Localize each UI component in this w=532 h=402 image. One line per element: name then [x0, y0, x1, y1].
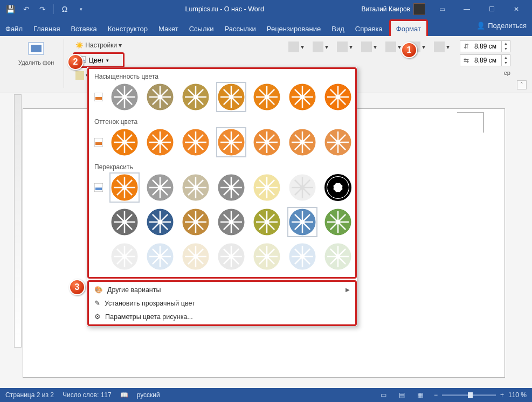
shape-width-field[interactable] [472, 57, 501, 64]
tab-help[interactable]: Справка [350, 21, 388, 36]
color-swatch[interactable] [110, 242, 139, 271]
color-swatch[interactable] [253, 83, 281, 111]
set-transparent-color-item[interactable]: ✎ Установить прозрачный цвет [89, 296, 355, 310]
color-swatch[interactable] [146, 242, 174, 271]
color-swatch[interactable] [146, 83, 174, 111]
color-swatch[interactable] [217, 208, 245, 236]
color-swatch[interactable] [217, 83, 245, 111]
redo-icon[interactable]: ↷ [36, 2, 50, 16]
crop-button[interactable]: ▾ [431, 40, 452, 53]
shape-width-input[interactable]: ⇆ ▲▼ [460, 54, 510, 66]
tab-design[interactable]: Конструктор [102, 21, 153, 36]
color-swatch[interactable] [253, 242, 281, 271]
color-swatch[interactable] [253, 128, 281, 156]
color-swatch[interactable] [217, 174, 245, 202]
word-count[interactable]: Число слов: 117 [63, 391, 112, 399]
zoom-slider-thumb[interactable] [468, 392, 473, 398]
more-variants-item[interactable]: 🎨 Другие варианты ▶ [89, 283, 355, 296]
color-dropdown-panel: Насыщенность цвета Оттенок цвета Перекра… [87, 67, 357, 327]
zoom-value[interactable]: 110 % [508, 391, 527, 399]
zoom-slider[interactable] [442, 394, 496, 396]
tab-format[interactable]: Формат [389, 19, 428, 36]
spinner-up-icon[interactable]: ▲ [502, 41, 510, 46]
picture-color-options-item[interactable]: ⚙ Параметры цвета рисунка... [89, 310, 355, 323]
picture-border-button[interactable]: ▾ [310, 40, 331, 53]
color-swatch[interactable] [324, 83, 352, 111]
save-icon[interactable]: 💾 [3, 2, 17, 16]
minimize-icon[interactable]: — [454, 0, 479, 18]
zoom-in-icon[interactable]: + [500, 391, 504, 399]
qat-more-icon[interactable]: ▾ [74, 2, 88, 16]
share-button[interactable]: 👤 Поделиться [476, 22, 527, 30]
spinner-down-icon[interactable]: ▼ [502, 60, 510, 66]
shape-height-field[interactable] [472, 43, 501, 50]
omega-icon[interactable]: Ω [58, 2, 72, 16]
undo-icon[interactable]: ↶ [19, 2, 33, 16]
tab-insert[interactable]: Вставка [65, 21, 102, 36]
corrections-button[interactable]: ☀️ Настройки▾ [73, 40, 125, 50]
zoom-control[interactable]: − + 110 % [434, 391, 527, 399]
spinner-up-icon[interactable]: ▲ [502, 55, 510, 60]
color-swatch[interactable] [110, 174, 139, 202]
tab-references[interactable]: Ссылки [184, 21, 219, 36]
picture-color-options-label: Параметры цвета рисунка... [105, 313, 193, 321]
color-swatch[interactable] [182, 174, 210, 202]
color-swatch[interactable] [182, 83, 210, 111]
color-swatch[interactable] [182, 242, 210, 271]
tab-review[interactable]: Рецензирование [261, 21, 326, 36]
picture-effects-button[interactable]: ▾ [334, 40, 355, 53]
page-indicator[interactable]: Страница 2 из 2 [5, 391, 54, 399]
color-swatch[interactable] [324, 208, 352, 236]
color-swatch[interactable] [288, 128, 316, 156]
svg-point-238 [158, 220, 162, 224]
color-swatch[interactable] [217, 242, 245, 271]
account-area[interactable]: Виталий Каиров [361, 3, 425, 15]
color-swatch[interactable] [146, 128, 174, 156]
more-variants-icon: 🎨 [94, 286, 103, 294]
color-swatch[interactable] [253, 208, 281, 236]
color-swatch[interactable] [217, 128, 245, 156]
svg-point-55 [265, 95, 269, 99]
color-swatch[interactable] [146, 208, 174, 236]
spinner-down-icon[interactable]: ▼ [502, 46, 510, 52]
color-swatch[interactable] [146, 174, 174, 202]
ribbon-display-options-icon[interactable]: ▭ [430, 0, 454, 18]
zoom-out-icon[interactable]: − [434, 391, 438, 399]
color-swatch[interactable] [324, 128, 352, 156]
read-mode-icon[interactable]: ▭ [379, 391, 389, 399]
close-icon[interactable]: ✕ [504, 0, 529, 18]
color-swatch[interactable] [288, 242, 316, 271]
tab-view[interactable]: Вид [326, 21, 350, 36]
tab-file[interactable]: Файл [0, 21, 28, 36]
picture-styles-button[interactable]: ▾ [286, 40, 307, 53]
tab-home[interactable]: Главная [28, 21, 65, 36]
color-swatch[interactable] [288, 208, 316, 236]
shape-height-input[interactable]: ⇵ ▲▼ [460, 40, 510, 52]
color-swatch[interactable] [110, 83, 139, 111]
web-layout-icon[interactable]: ▦ [416, 391, 425, 399]
share-label: Поделиться [488, 22, 527, 30]
position-button[interactable]: ▾ [358, 40, 379, 53]
tab-mailings[interactable]: Рассылки [219, 21, 261, 36]
color-swatch[interactable] [182, 128, 210, 156]
color-swatch[interactable] [110, 208, 139, 236]
color-swatch[interactable] [182, 208, 210, 236]
svg-point-258 [229, 220, 233, 224]
color-swatch[interactable] [324, 242, 352, 271]
recolor-row-3 [91, 241, 353, 276]
collapse-ribbon-icon[interactable]: ˄ [517, 80, 527, 89]
print-layout-icon[interactable]: ▤ [397, 391, 407, 399]
tab-layout[interactable]: Макет [153, 21, 184, 36]
wrap-text-button[interactable]: ▾ [383, 40, 404, 53]
color-swatch[interactable] [324, 174, 352, 202]
svg-point-147 [336, 140, 340, 144]
maximize-icon[interactable]: ☐ [479, 0, 504, 18]
language-indicator[interactable]: русский [137, 391, 160, 399]
color-swatch[interactable] [288, 174, 316, 202]
color-swatch[interactable] [253, 174, 281, 202]
color-swatch[interactable] [288, 83, 316, 111]
spellcheck-icon[interactable]: 📖 [120, 391, 128, 399]
color-swatch[interactable] [110, 128, 139, 156]
svg-point-288 [336, 220, 340, 224]
remove-background-button[interactable]: Удалить фон [15, 38, 57, 68]
